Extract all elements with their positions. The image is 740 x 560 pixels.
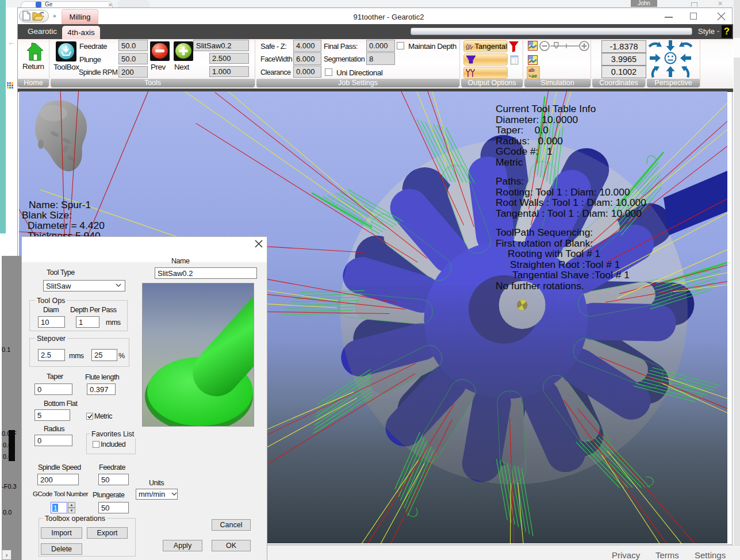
svg-text:ToolPath Sequencing:: ToolPath Sequencing: [496, 227, 593, 238]
svg-text:Diameter: 10.0000: Diameter: 10.0000 [496, 114, 578, 125]
svg-text:First rotation of Blank:: First rotation of Blank: [496, 237, 593, 249]
svg-text:Metric: Metric [496, 156, 523, 168]
svg-text:Rooting with Tool # 1: Rooting with Tool # 1 [508, 248, 600, 259]
svg-text:Straighten Root :Tool # 1: Straighten Root :Tool # 1 [510, 259, 620, 270]
svg-text:GCode #: 1: GCode #: 1 [496, 145, 553, 157]
svg-text:Name: Spur-1: Name: Spur-1 [29, 199, 91, 210]
svg-text:Tangential Shave :Tool # 1: Tangential Shave :Tool # 1 [512, 269, 630, 281]
svg-text:b: b [532, 67, 535, 73]
svg-text:Tangental : Tool 1 : Diam: 10.: Tangental : Tool 1 : Diam: 10.000 [496, 208, 642, 219]
svg-text:Rooting: Tool 1 : Diam: 10.000: Rooting: Tool 1 : Diam: 10.000 [496, 186, 630, 198]
svg-text:Current Tool Table Info: Current Tool Table Info [496, 103, 596, 114]
svg-text:Radius: 0.000: Radius: 0.000 [496, 135, 563, 147]
svg-text:Taper: 0.0: Taper: 0.0 [496, 124, 549, 136]
svg-text:Root Walls : Tool 1 : Diam: 10: Root Walls : Tool 1 : Diam: 10.000 [496, 197, 646, 208]
svg-text:ae: ae [531, 73, 537, 79]
svg-text:Blank Size:: Blank Size: [22, 209, 72, 221]
svg-text:Diameter = 4.420: Diameter = 4.420 [28, 220, 105, 231]
svg-text:Paths:: Paths: [496, 175, 524, 187]
svg-text:No further rotations.: No further rotations. [496, 280, 584, 291]
